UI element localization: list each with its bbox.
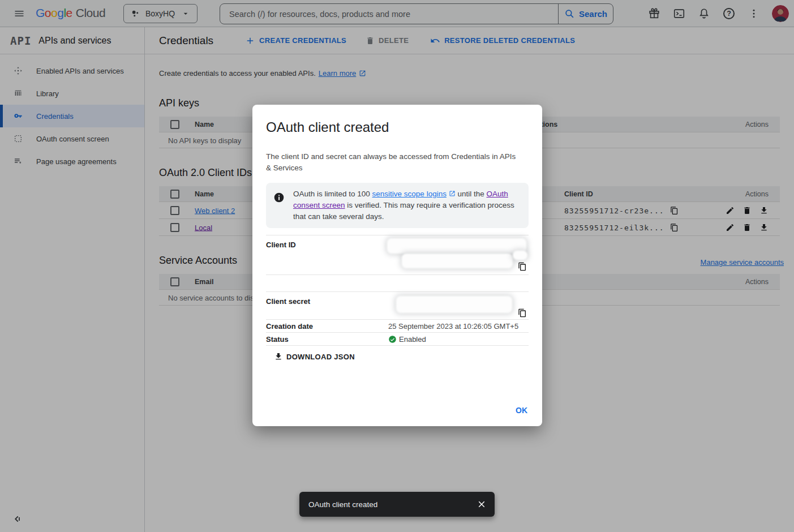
client-secret-value-redacted — [388, 292, 529, 319]
spacer-row — [266, 274, 529, 291]
info-icon — [273, 192, 285, 203]
download-json-label: DOWNLOAD JSON — [286, 353, 355, 361]
creation-date-row: Creation date 25 September 2023 at 10:26… — [266, 319, 529, 332]
external-link-icon — [449, 190, 456, 197]
dialog-title: OAuth client created — [266, 118, 529, 136]
client-id-label: Client ID — [266, 235, 388, 274]
client-id-row: Client ID — [266, 235, 529, 274]
notice-text: OAuth is limited to 100 sensitive scope … — [293, 188, 520, 222]
copy-icon[interactable] — [518, 262, 527, 271]
sensitive-scope-logins-link[interactable]: sensitive scope logins — [372, 190, 447, 198]
status-value: Enabled — [399, 335, 426, 344]
status-row: Status Enabled — [266, 332, 529, 346]
creation-date-value: 25 September 2023 at 10:26:05 GMT+5 — [388, 320, 529, 332]
download-icon — [274, 352, 283, 361]
dialog-fields: Client ID Client secret Creation date 25… — [266, 235, 529, 346]
status-label: Status — [266, 333, 388, 345]
dialog-notice: OAuth is limited to 100 sensitive scope … — [266, 183, 529, 228]
oauth-client-created-dialog: OAuth client created The client ID and s… — [252, 105, 542, 426]
dialog-subtitle: The client ID and secret can always be a… — [266, 151, 516, 174]
client-secret-row: Client secret — [266, 291, 529, 319]
notice-part: OAuth is limited to 100 — [293, 190, 372, 198]
creation-date-label: Creation date — [266, 320, 388, 332]
redacted-blur — [396, 296, 512, 313]
copy-icon[interactable] — [518, 308, 527, 318]
redacted-blur — [513, 251, 527, 260]
toast-message: OAuth client created — [308, 500, 477, 509]
notice-part: until the — [456, 190, 487, 198]
client-id-value-redacted — [388, 235, 529, 274]
ok-button[interactable]: OK — [516, 406, 527, 415]
close-icon[interactable] — [477, 499, 487, 509]
check-circle-icon — [388, 335, 397, 344]
redacted-blur — [402, 254, 513, 268]
redacted-blur — [387, 238, 526, 254]
client-secret-label: Client secret — [266, 292, 388, 319]
snackbar-toast: OAuth client created — [299, 492, 495, 517]
download-json-button[interactable]: DOWNLOAD JSON — [274, 352, 355, 361]
